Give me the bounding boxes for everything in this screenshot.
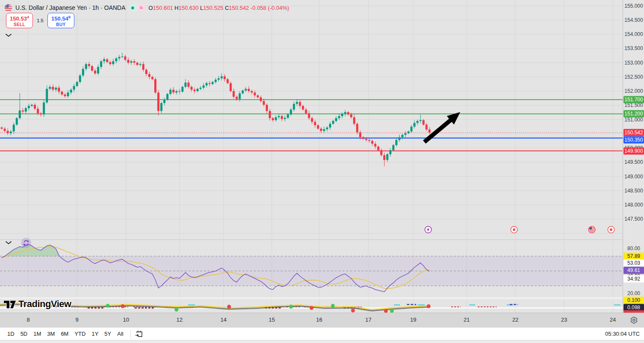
candle bbox=[97, 67, 99, 73]
candle bbox=[332, 121, 334, 124]
candle bbox=[85, 64, 87, 69]
crypto-event-icon[interactable] bbox=[424, 226, 432, 234]
symbol-legend[interactable]: U.S. Dollar / Japanese Yen · 1h · OANDA … bbox=[4, 3, 289, 12]
buy-button[interactable]: 150.549 BUY bbox=[47, 13, 74, 28]
candle bbox=[109, 62, 111, 64]
candle bbox=[401, 135, 403, 137]
range-button-1m[interactable]: 1M bbox=[30, 329, 44, 339]
candle bbox=[82, 69, 84, 75]
window-bottom-strip bbox=[0, 340, 644, 343]
candle bbox=[232, 91, 235, 97]
candle bbox=[302, 106, 304, 110]
market-status-pills[interactable]: ≈ bbox=[129, 4, 146, 11]
rsi-collapse-chevron-icon[interactable] bbox=[5, 241, 12, 245]
candle bbox=[112, 61, 114, 64]
trend-arrow-annotation bbox=[423, 112, 460, 144]
candle bbox=[229, 83, 232, 91]
bottom-toolbar: 1D5D1M3M6MYTD1Y5YAll 05:30:04 UTC bbox=[0, 327, 644, 340]
rsi-refresh-icon[interactable] bbox=[21, 238, 31, 248]
range-button-6m[interactable]: 6M bbox=[58, 329, 71, 339]
candle bbox=[151, 77, 153, 79]
price-axis[interactable]: 155.000154.500154.000153.500153.000152.5… bbox=[623, 0, 644, 313]
candle bbox=[37, 109, 39, 113]
clock-utc[interactable]: 05:30:04 UTC bbox=[605, 331, 640, 337]
usd-flag-icon bbox=[4, 4, 12, 12]
candle bbox=[263, 101, 265, 105]
range-button-ytd[interactable]: YTD bbox=[71, 329, 88, 339]
candle bbox=[22, 110, 24, 112]
candle bbox=[350, 115, 352, 118]
candle bbox=[73, 86, 75, 90]
candle bbox=[58, 88, 60, 92]
candle bbox=[395, 140, 397, 145]
tradingview-chart-window: U.S. Dollar / Japanese Yen · 1h · OANDA … bbox=[0, 0, 644, 343]
range-button-3m[interactable]: 3M bbox=[44, 329, 58, 339]
range-button-1y[interactable]: 1Y bbox=[88, 329, 101, 339]
candle bbox=[305, 109, 307, 113]
candle bbox=[290, 109, 292, 114]
candle bbox=[260, 98, 262, 101]
candle bbox=[245, 89, 247, 91]
time-tick-label: 21 bbox=[464, 316, 470, 323]
sell-button[interactable]: 150.534 SELL bbox=[6, 13, 33, 28]
signal-pane[interactable] bbox=[0, 300, 623, 313]
candle bbox=[380, 150, 382, 155]
candle bbox=[206, 83, 208, 85]
candle bbox=[61, 92, 63, 95]
candle bbox=[392, 145, 394, 150]
goto-date-icon[interactable] bbox=[135, 329, 144, 338]
change-value: -0.058 (-0.04%) bbox=[250, 5, 289, 11]
range-button-1d[interactable]: 1D bbox=[4, 329, 18, 339]
open-label: O bbox=[149, 5, 153, 11]
price-tick-label: 149.500 bbox=[623, 159, 644, 165]
price-badge: 151.200 bbox=[623, 110, 644, 118]
candle bbox=[148, 74, 150, 77]
candle bbox=[194, 90, 196, 91]
range-button-5y[interactable]: 5Y bbox=[101, 329, 114, 339]
candle bbox=[314, 122, 316, 125]
axis-settings-icon[interactable] bbox=[630, 316, 638, 324]
candle bbox=[423, 120, 425, 125]
candle bbox=[320, 129, 322, 131]
candle bbox=[88, 64, 90, 66]
candle bbox=[28, 106, 30, 108]
candle bbox=[160, 103, 162, 111]
legend-collapse-chevron-icon[interactable] bbox=[5, 33, 12, 37]
candle bbox=[215, 80, 217, 82]
buy-signal-dot bbox=[331, 304, 335, 308]
price-tick-label: 153.500 bbox=[623, 45, 644, 51]
time-axis[interactable]: 891012141516171921222324 bbox=[0, 313, 644, 328]
time-tick-label: 15 bbox=[269, 316, 275, 323]
candle bbox=[191, 87, 193, 90]
price-badge: 150.350 bbox=[623, 136, 644, 144]
range-button-5d[interactable]: 5D bbox=[18, 329, 31, 339]
candle bbox=[118, 57, 120, 58]
candle bbox=[275, 117, 277, 120]
candle bbox=[257, 95, 259, 98]
sell-signal-dot bbox=[121, 305, 125, 308]
us-economic-event-icon[interactable] bbox=[588, 226, 596, 234]
candle bbox=[221, 76, 223, 78]
time-tick-label: 19 bbox=[410, 316, 416, 323]
time-tick-label: 14 bbox=[221, 316, 226, 323]
symbol-title[interactable]: U.S. Dollar / Japanese Yen · 1h · OANDA bbox=[15, 4, 126, 11]
economic-event-icon[interactable] bbox=[607, 226, 615, 234]
rsi-tick-label: 80.00 bbox=[623, 245, 644, 251]
candle bbox=[359, 132, 361, 137]
candle bbox=[130, 61, 132, 62]
price-badge: 150.542 bbox=[623, 129, 644, 136]
time-tick-label: 22 bbox=[512, 316, 518, 323]
candle bbox=[293, 104, 295, 109]
price-tick-label: 151.000 bbox=[623, 117, 644, 123]
economic-event-icon[interactable] bbox=[510, 226, 518, 234]
rsi-pane[interactable] bbox=[0, 240, 623, 299]
price-badge: 53.03 bbox=[623, 260, 644, 267]
candle bbox=[389, 150, 391, 154]
candle bbox=[356, 124, 358, 132]
candle bbox=[212, 82, 214, 84]
time-tick-label: 8 bbox=[26, 316, 29, 323]
candle bbox=[238, 93, 241, 99]
range-button-all[interactable]: All bbox=[114, 329, 126, 339]
main-chart-pane[interactable] bbox=[0, 0, 623, 240]
tradingview-watermark: TradingView bbox=[3, 298, 71, 310]
